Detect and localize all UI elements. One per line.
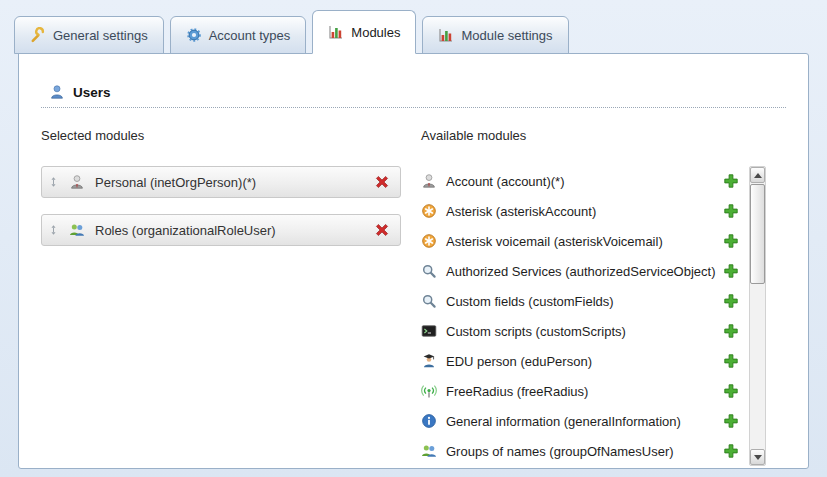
module-label: General information (generalInformation) bbox=[446, 414, 681, 429]
add-module-button[interactable] bbox=[723, 293, 739, 309]
antenna-icon bbox=[421, 383, 437, 399]
add-plus-icon bbox=[723, 173, 739, 189]
module-label: Asterisk voicemail (asteriskVoicemail) bbox=[446, 234, 663, 249]
add-plus-icon bbox=[723, 293, 739, 309]
tab-label: General settings bbox=[53, 28, 148, 43]
available-modules-column: Available modules Account (account)(*) bbox=[421, 128, 786, 466]
available-module-row: EDU person (eduPerson) bbox=[421, 346, 745, 376]
tab-modules[interactable]: Modules bbox=[312, 10, 416, 54]
remove-module-button[interactable] bbox=[374, 222, 390, 238]
tab-bar: General settings Account types Modules M… bbox=[9, 10, 818, 54]
add-module-button[interactable] bbox=[723, 323, 739, 339]
section-title: Users bbox=[73, 85, 111, 100]
magnifier-icon bbox=[421, 293, 437, 309]
module-label: Custom scripts (customScripts) bbox=[446, 324, 626, 339]
group-icon bbox=[421, 443, 437, 459]
module-label: Roles (organizationalRoleUser) bbox=[95, 223, 276, 238]
arrow-up-icon bbox=[754, 173, 762, 178]
add-module-button[interactable] bbox=[723, 233, 739, 249]
available-modules-list-wrap: Account (account)(*) Asterisk (asteriskA… bbox=[421, 166, 766, 466]
module-label: Custom fields (customFields) bbox=[446, 294, 614, 309]
selected-module-row[interactable]: Roles (organizationalRoleUser) bbox=[41, 214, 401, 246]
module-label: Groups of names (groupOfNamesUser) bbox=[446, 444, 674, 459]
available-module-row: Asterisk (asteriskAccount) bbox=[421, 196, 745, 226]
remove-x-icon bbox=[374, 174, 390, 190]
terminal-icon bbox=[421, 323, 437, 339]
add-module-button[interactable] bbox=[723, 353, 739, 369]
module-label: Account (account)(*) bbox=[446, 174, 565, 189]
user-icon bbox=[49, 84, 65, 100]
selected-module-row[interactable]: Personal (inetOrgPerson)(*) bbox=[41, 166, 401, 198]
chart-icon bbox=[438, 27, 454, 43]
module-label: FreeRadius (freeRadius) bbox=[446, 384, 588, 399]
add-plus-icon bbox=[723, 323, 739, 339]
vertical-scrollbar[interactable] bbox=[749, 166, 766, 466]
available-module-row: Groups of names (groupOfNamesUser) bbox=[421, 436, 745, 466]
chart-icon bbox=[328, 24, 344, 40]
remove-module-button[interactable] bbox=[374, 174, 390, 190]
available-module-row: Asterisk voicemail (asteriskVoicemail) bbox=[421, 226, 745, 256]
modules-columns: Selected modules Personal (inetOrgPerson… bbox=[41, 128, 786, 466]
arrow-down-icon bbox=[754, 455, 762, 460]
module-label: Asterisk (asteriskAccount) bbox=[446, 204, 596, 219]
selected-modules-heading: Selected modules bbox=[41, 128, 401, 144]
add-plus-icon bbox=[723, 233, 739, 249]
available-module-row: General information (generalInformation) bbox=[421, 406, 745, 436]
drag-handle-icon[interactable] bbox=[48, 223, 59, 237]
info-icon bbox=[421, 413, 437, 429]
add-plus-icon bbox=[723, 443, 739, 459]
wrench-icon bbox=[30, 27, 46, 43]
add-plus-icon bbox=[723, 263, 739, 279]
group-icon bbox=[69, 222, 85, 238]
available-module-row: Account (account)(*) bbox=[421, 166, 745, 196]
scrollbar-track[interactable] bbox=[750, 183, 765, 449]
scroll-up-button[interactable] bbox=[750, 167, 765, 183]
tab-label: Module settings bbox=[461, 28, 552, 43]
tab-label: Modules bbox=[351, 25, 400, 40]
available-module-row: Authorized Services (authorizedServiceOb… bbox=[421, 256, 745, 286]
scroll-down-button[interactable] bbox=[750, 449, 765, 465]
add-plus-icon bbox=[723, 353, 739, 369]
available-module-row: FreeRadius (freeRadius) bbox=[421, 376, 745, 406]
available-modules-heading: Available modules bbox=[421, 128, 766, 144]
badge-icon bbox=[186, 27, 202, 43]
add-plus-icon bbox=[723, 383, 739, 399]
add-module-button[interactable] bbox=[723, 263, 739, 279]
module-label: Personal (inetOrgPerson)(*) bbox=[95, 175, 256, 190]
add-module-button[interactable] bbox=[723, 443, 739, 459]
tab-module-settings[interactable]: Module settings bbox=[422, 16, 568, 54]
drag-handle-icon[interactable] bbox=[48, 175, 59, 189]
magnifier-icon bbox=[421, 263, 437, 279]
module-label: EDU person (eduPerson) bbox=[446, 354, 592, 369]
users-section-header: Users bbox=[41, 84, 786, 108]
tab-label: Account types bbox=[209, 28, 291, 43]
tab-general-settings[interactable]: General settings bbox=[14, 16, 164, 54]
graduate-icon bbox=[421, 353, 437, 369]
selected-modules-column: Selected modules Personal (inetOrgPerson… bbox=[41, 128, 401, 466]
module-label: Authorized Services (authorizedServiceOb… bbox=[446, 264, 716, 279]
asterisk-icon bbox=[421, 203, 437, 219]
person-icon bbox=[421, 173, 437, 189]
add-module-button[interactable] bbox=[723, 173, 739, 189]
add-plus-icon bbox=[723, 413, 739, 429]
remove-x-icon bbox=[374, 222, 390, 238]
add-module-button[interactable] bbox=[723, 203, 739, 219]
tab-account-types[interactable]: Account types bbox=[170, 16, 307, 54]
content-panel: Users Selected modules Personal (inetOrg… bbox=[18, 53, 809, 469]
add-module-button[interactable] bbox=[723, 383, 739, 399]
config-tabs-widget: General settings Account types Modules M… bbox=[0, 0, 827, 469]
person-icon bbox=[69, 174, 85, 190]
add-module-button[interactable] bbox=[723, 413, 739, 429]
available-modules-list: Account (account)(*) Asterisk (asteriskA… bbox=[421, 166, 745, 466]
available-module-row: Custom scripts (customScripts) bbox=[421, 316, 745, 346]
asterisk-icon bbox=[421, 233, 437, 249]
add-plus-icon bbox=[723, 203, 739, 219]
scrollbar-thumb[interactable] bbox=[750, 184, 765, 284]
available-module-row: Custom fields (customFields) bbox=[421, 286, 745, 316]
